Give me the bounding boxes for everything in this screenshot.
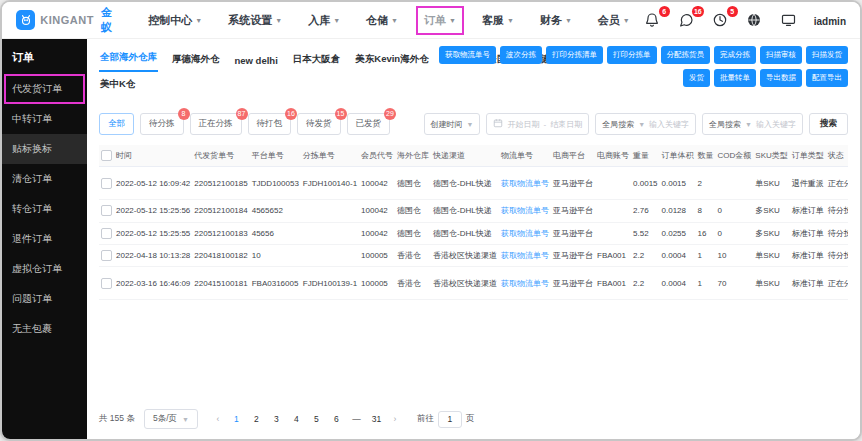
cell-time: 2022-04-18 10:13:28 <box>114 244 192 266</box>
cell-cod: 10 <box>716 244 754 266</box>
monitor-icon[interactable] <box>780 12 797 29</box>
row-checkbox[interactable] <box>101 178 112 189</box>
date-field-select[interactable]: 创建时间 ▼ <box>424 113 481 135</box>
date-range-input[interactable]: 开始日期 - 结束日期 <box>486 113 589 135</box>
sidebar-item-clearance-orders[interactable]: 清仓订单 <box>2 164 87 194</box>
get-tracking-link[interactable]: 获取物流单号 <box>501 206 549 215</box>
sidebar-item-dropship-orders[interactable]: 代发货订单 <box>2 74 87 104</box>
filter-shipped-button[interactable]: 已发货29 <box>347 113 391 135</box>
tab-us-central-k[interactable]: 美中K仓 <box>99 72 136 97</box>
get-tracking-link[interactable]: 获取物流单号 <box>501 251 549 260</box>
nav-item-control-center[interactable]: 控制中心▼ <box>148 13 202 28</box>
row-checkbox[interactable] <box>101 205 112 216</box>
sidebar-item-unclaimed-packages[interactable]: 无主包裹 <box>2 314 87 344</box>
page-button-4[interactable]: 4 <box>288 411 305 428</box>
sidebar-item-transit-orders[interactable]: 中转订单 <box>2 104 87 134</box>
bell-icon[interactable]: 6 <box>644 12 661 29</box>
sidebar-item-transfer-orders[interactable]: 转仓订单 <box>2 194 87 224</box>
page-size-select[interactable]: 5条/页 ▼ <box>144 409 198 429</box>
get-tracking-link[interactable]: 获取物流单号 <box>501 279 549 288</box>
scan-ship-button[interactable]: 扫描发货 <box>806 46 848 64</box>
page-button-5[interactable]: 5 <box>308 411 325 428</box>
global-search-1-placeholder: 输入关键字 <box>649 119 689 130</box>
get-tracking-link[interactable]: 获取物流单号 <box>501 179 549 188</box>
column-header-7: 物流单号 <box>499 145 551 167</box>
next-page-button[interactable]: › <box>388 414 402 424</box>
cell-logistics-no: 获取物流单号 <box>499 200 551 222</box>
finish-sorting-button[interactable]: 完成分拣 <box>714 46 756 64</box>
top-navbar: KINGANT 金蚁 控制中心▼系统设置▼入库▼仓储▼订单▼客服▼财务▼会员▼ … <box>2 2 860 39</box>
search-button[interactable]: 搜索 <box>809 113 848 135</box>
cell-logistics-no: 获取物流单号 <box>499 167 551 200</box>
date-field-value: 创建时间 <box>431 119 463 130</box>
action-buttons: 获取物流单号波次分拣打印分拣清单打印分拣单分配拣货员完成分拣扫描审核扫描发货 发… <box>439 46 848 87</box>
scan-review-button[interactable]: 扫描审核 <box>760 46 802 64</box>
filter-pending-sort-button[interactable]: 待分拣8 <box>140 113 184 135</box>
page-button-6[interactable]: 6 <box>328 411 345 428</box>
sidebar-item-problem-orders[interactable]: 问题订单 <box>2 284 87 314</box>
page-button-3[interactable]: 3 <box>268 411 285 428</box>
row-checkbox[interactable] <box>101 278 112 289</box>
filter-all-button[interactable]: 全部 <box>99 113 134 135</box>
goto-suffix: 页 <box>466 413 475 425</box>
batch-transfer-button[interactable]: 批量转单 <box>714 69 756 87</box>
print-sorting-sheet-button[interactable]: 打印分拣单 <box>607 46 657 64</box>
prev-page-button[interactable]: ‹ <box>211 414 225 424</box>
cell-platform: 亚马逊平台 <box>551 222 595 244</box>
column-header-11: 订单体积 <box>660 145 696 167</box>
filter-pending-ship-button[interactable]: 待发货15 <box>297 113 341 135</box>
wave-sorting-button[interactable]: 波次分拣 <box>500 46 542 64</box>
action-buttons-row1: 获取物流单号波次分拣打印分拣清单打印分拣单分配拣货员完成分拣扫描审核扫描发货 <box>439 46 848 64</box>
cell-time: 2022-05-12 16:09:42 <box>114 167 192 200</box>
global-search-2[interactable]: 全局搜索 ▼ 输入关键字 <box>702 113 803 135</box>
cell-sku_type: 多SKU <box>753 222 789 244</box>
filter-pending-pack-button[interactable]: 待打包16 <box>248 113 292 135</box>
nav-item-member[interactable]: 会员▼ <box>598 13 630 28</box>
tab-new-delhi[interactable]: new delhi <box>234 49 279 72</box>
nav-item-customer-service[interactable]: 客服▼ <box>482 13 514 28</box>
cell-volume: 0.0004 <box>660 266 696 299</box>
cell-shop_account: FBA001 <box>595 266 631 299</box>
tab-all-warehouses[interactable]: 全部海外仓库 <box>99 45 158 72</box>
config-export-button[interactable]: 配置导出 <box>806 69 848 87</box>
sidebar-item-relabel[interactable]: 贴标换标 <box>2 134 87 164</box>
page-button-2[interactable]: 2 <box>248 411 265 428</box>
row-checkbox[interactable] <box>101 228 112 239</box>
tab-houde-warehouse[interactable]: 厚德海外仓 <box>171 47 221 72</box>
tab-japan-osaka[interactable]: 日本大阪倉 <box>292 47 342 72</box>
row-checkbox[interactable] <box>101 250 112 261</box>
global-search-1[interactable]: 全局搜索 ▼ 输入关键字 <box>595 113 696 135</box>
assign-picker-button[interactable]: 分配拣货员 <box>661 46 711 64</box>
cell-logistics-no: 获取物流单号 <box>499 266 551 299</box>
nav-item-system-settings[interactable]: 系统设置▼ <box>228 13 282 28</box>
clock-icon[interactable]: 5 <box>712 12 729 29</box>
brand-logo[interactable]: KINGANT 金蚁 <box>16 5 122 35</box>
brand-logo-icon <box>16 10 35 30</box>
filter-sorting-button[interactable]: 正在分拣87 <box>190 113 242 135</box>
sidebar-item-virtual-warehouse-orders[interactable]: 虚拟仓订单 <box>2 254 87 284</box>
notification-badge: 5 <box>727 6 738 17</box>
get-tracking-link[interactable]: 获取物流单号 <box>501 229 549 238</box>
pagination: 共 155 条 5条/页 ▼ ‹ 123456—31 › 前往 页 <box>99 401 848 429</box>
cell-platform_no: FBA0316005 <box>250 266 301 299</box>
cell-warehouse: 德国仓 <box>395 200 431 222</box>
nav-item-orders[interactable]: 订单▼ <box>424 13 456 28</box>
cell-sku_type: 多SKU <box>753 200 789 222</box>
page-button-31[interactable]: 31 <box>368 411 385 428</box>
ship-button[interactable]: 发货 <box>683 69 710 87</box>
nav-item-inbound[interactable]: 入库▼ <box>308 13 340 28</box>
page-button-1[interactable]: 1 <box>228 411 245 428</box>
print-sorting-list-button[interactable]: 打印分拣清单 <box>546 46 603 64</box>
goto-page-input[interactable] <box>438 411 462 428</box>
tab-us-east-kevin[interactable]: 美东Kevin海外仓 <box>354 47 429 72</box>
chat-icon[interactable]: 16 <box>678 12 695 29</box>
nav-item-finance[interactable]: 财务▼ <box>540 13 572 28</box>
globe-icon[interactable] <box>746 12 763 29</box>
get-tracking-no-button[interactable]: 获取物流单号 <box>439 46 496 64</box>
nav-item-warehouse[interactable]: 仓储▼ <box>366 13 398 28</box>
cell-weight: 2.76 <box>631 200 659 222</box>
select-all-checkbox[interactable] <box>101 150 112 161</box>
export-data-button[interactable]: 导出数据 <box>760 69 802 87</box>
sidebar-item-return-orders[interactable]: 退件订单 <box>2 224 87 254</box>
user-name[interactable]: iadmin <box>814 16 846 27</box>
